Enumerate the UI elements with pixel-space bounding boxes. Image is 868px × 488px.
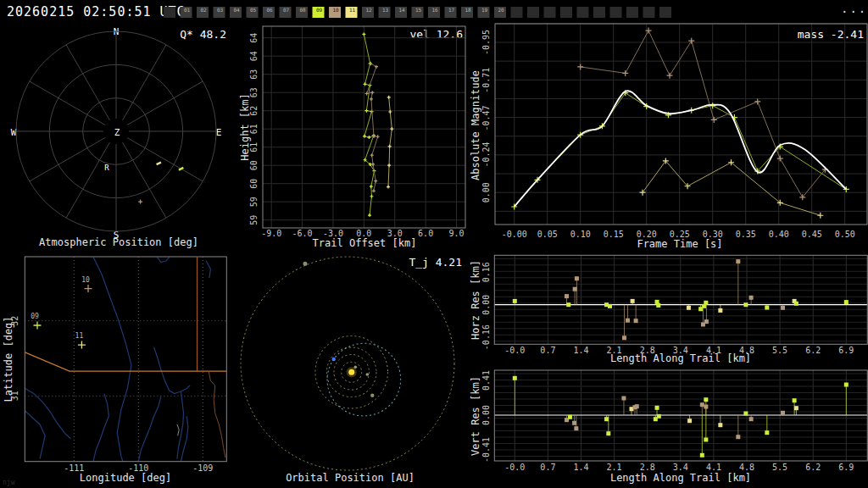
y-tick: 0.41 [481, 370, 491, 391]
residual-point-10 [781, 411, 785, 415]
residual-point-09 [568, 415, 572, 419]
residual-point-10 [572, 421, 576, 425]
x-tick: 3.4 [673, 463, 688, 472]
residual-point-10 [574, 426, 578, 430]
residual-point-09 [657, 414, 661, 419]
x-tick: 4.1 [706, 463, 721, 472]
residual-point-11 [794, 406, 798, 410]
residual-point-09 [793, 398, 797, 402]
residual-point-09 [700, 453, 704, 458]
x-tick: 5.5 [772, 463, 787, 472]
residual-point-10 [621, 396, 626, 401]
residual-point-10 [749, 417, 754, 421]
x-tick: 1.4 [573, 463, 588, 472]
residual-point-09 [765, 430, 769, 435]
residual-point-09 [606, 431, 610, 435]
y-tick: -0.41 [481, 437, 491, 463]
residual-point-09 [704, 438, 708, 442]
vert-res-panel: Length Along Trail [km] Vert Res [km] -0… [0, 0, 868, 488]
x-tick: 0.7 [540, 463, 555, 472]
residual-point-10 [635, 404, 639, 408]
residual-point-10 [736, 435, 740, 439]
x-tick: 6.9 [838, 463, 854, 472]
residual-point-09 [743, 412, 748, 416]
residual-point-09 [704, 397, 708, 402]
x-tick: -0.0 [504, 463, 525, 472]
residual-point-11 [718, 423, 722, 427]
p-vert-plot: -0.00.71.42.12.83.44.14.85.56.26.90.410.… [0, 0, 868, 488]
residual-point-09 [513, 376, 517, 380]
x-tick: 6.2 [805, 463, 821, 472]
x-tick: 2.8 [640, 463, 655, 472]
y-tick: 0.00 [481, 405, 491, 425]
residual-point-11 [687, 419, 692, 423]
residual-point-09 [655, 406, 659, 410]
residual-point-09 [844, 383, 849, 387]
x-tick: 2.1 [607, 463, 622, 472]
x-tick: 4.8 [739, 463, 754, 472]
residual-point-10 [704, 405, 708, 409]
residual-point-10 [700, 402, 704, 407]
residual-point-09 [604, 417, 609, 421]
